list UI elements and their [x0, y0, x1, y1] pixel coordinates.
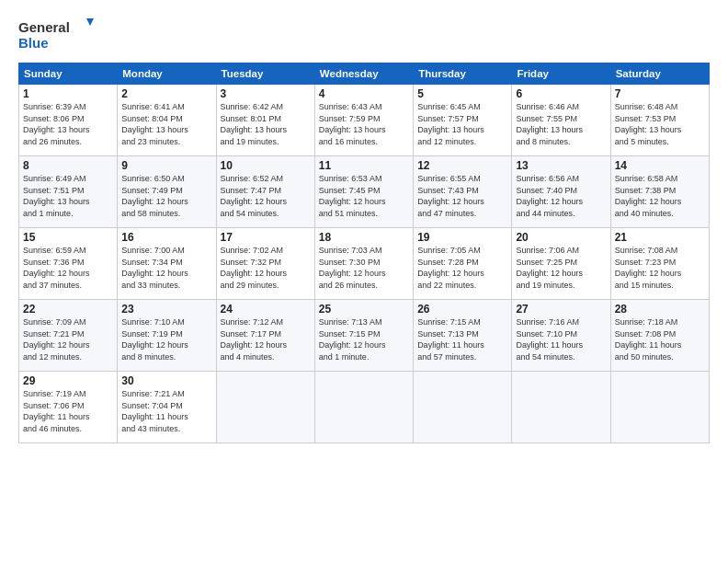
day-number: 26 — [417, 303, 507, 316]
day-number: 5 — [417, 87, 507, 100]
calendar-cell: 22Sunrise: 7:09 AMSunset: 7:21 PMDayligh… — [19, 300, 118, 372]
day-number: 16 — [121, 231, 211, 244]
day-info: Sunrise: 7:12 AMSunset: 7:17 PMDaylight:… — [221, 316, 311, 362]
calendar-cell: 11Sunrise: 6:53 AMSunset: 7:45 PMDayligh… — [314, 156, 413, 228]
day-number: 24 — [221, 303, 311, 316]
header-cell-thursday: Thursday — [414, 63, 512, 85]
calendar-cell: 29Sunrise: 7:19 AMSunset: 7:06 PMDayligh… — [19, 372, 118, 443]
calendar-cell: 3Sunrise: 6:42 AMSunset: 8:01 PMDaylight… — [216, 85, 314, 156]
day-number: 27 — [516, 303, 606, 316]
calendar-cell: 7Sunrise: 6:48 AMSunset: 7:53 PMDaylight… — [610, 85, 709, 156]
day-info: Sunrise: 7:21 AMSunset: 7:04 PMDaylight:… — [121, 388, 211, 434]
calendar-cell: 2Sunrise: 6:41 AMSunset: 8:04 PMDaylight… — [118, 85, 216, 156]
day-number: 29 — [23, 374, 113, 387]
week-row-3: 22Sunrise: 7:09 AMSunset: 7:21 PMDayligh… — [19, 300, 710, 372]
day-number: 28 — [615, 303, 705, 316]
day-info: Sunrise: 6:49 AMSunset: 7:51 PMDaylight:… — [23, 173, 113, 219]
day-number: 11 — [319, 159, 409, 172]
day-info: Sunrise: 6:55 AMSunset: 7:43 PMDaylight:… — [417, 173, 507, 219]
calendar-cell: 23Sunrise: 7:10 AMSunset: 7:19 PMDayligh… — [118, 300, 216, 372]
day-number: 13 — [516, 159, 606, 172]
day-info: Sunrise: 6:43 AMSunset: 7:59 PMDaylight:… — [319, 101, 409, 147]
calendar-cell: 9Sunrise: 6:50 AMSunset: 7:49 PMDaylight… — [118, 156, 216, 228]
calendar-cell: 20Sunrise: 7:06 AMSunset: 7:25 PMDayligh… — [512, 228, 610, 300]
calendar-cell: 13Sunrise: 6:56 AMSunset: 7:40 PMDayligh… — [512, 156, 610, 228]
week-row-4: 29Sunrise: 7:19 AMSunset: 7:06 PMDayligh… — [19, 372, 710, 443]
day-number: 18 — [319, 231, 409, 244]
week-row-2: 15Sunrise: 6:59 AMSunset: 7:36 PMDayligh… — [19, 228, 710, 300]
day-info: Sunrise: 7:06 AMSunset: 7:25 PMDaylight:… — [516, 245, 606, 291]
page: General Blue SundayMondayTuesdayWednesda… — [0, 0, 728, 563]
day-number: 14 — [615, 159, 705, 172]
day-info: Sunrise: 6:45 AMSunset: 7:57 PMDaylight:… — [417, 101, 507, 147]
calendar-cell: 15Sunrise: 6:59 AMSunset: 7:36 PMDayligh… — [19, 228, 118, 300]
header-cell-monday: Monday — [118, 63, 216, 85]
header-cell-tuesday: Tuesday — [216, 63, 314, 85]
day-number: 7 — [615, 87, 705, 100]
day-number: 23 — [121, 303, 211, 316]
day-info: Sunrise: 7:02 AMSunset: 7:32 PMDaylight:… — [221, 245, 311, 291]
day-number: 15 — [23, 231, 113, 244]
day-number: 30 — [121, 374, 211, 387]
day-info: Sunrise: 6:48 AMSunset: 7:53 PMDaylight:… — [615, 101, 705, 147]
calendar-cell: 27Sunrise: 7:16 AMSunset: 7:10 PMDayligh… — [512, 300, 610, 372]
day-number: 12 — [417, 159, 507, 172]
calendar-cell: 1Sunrise: 6:39 AMSunset: 8:06 PMDaylight… — [19, 85, 118, 156]
day-info: Sunrise: 7:15 AMSunset: 7:13 PMDaylight:… — [417, 316, 507, 362]
day-info: Sunrise: 6:46 AMSunset: 7:55 PMDaylight:… — [516, 101, 606, 147]
day-info: Sunrise: 6:53 AMSunset: 7:45 PMDaylight:… — [319, 173, 409, 219]
calendar-body: 1Sunrise: 6:39 AMSunset: 8:06 PMDaylight… — [19, 85, 710, 443]
header-cell-saturday: Saturday — [610, 63, 709, 85]
calendar-header: SundayMondayTuesdayWednesdayThursdayFrid… — [19, 63, 710, 85]
calendar-cell: 14Sunrise: 6:58 AMSunset: 7:38 PMDayligh… — [610, 156, 709, 228]
day-info: Sunrise: 6:56 AMSunset: 7:40 PMDaylight:… — [516, 173, 606, 219]
day-info: Sunrise: 7:16 AMSunset: 7:10 PMDaylight:… — [516, 316, 606, 362]
calendar-cell: 24Sunrise: 7:12 AMSunset: 7:17 PMDayligh… — [216, 300, 314, 372]
week-row-0: 1Sunrise: 6:39 AMSunset: 8:06 PMDaylight… — [19, 85, 710, 156]
day-number: 19 — [417, 231, 507, 244]
day-info: Sunrise: 7:13 AMSunset: 7:15 PMDaylight:… — [319, 316, 409, 362]
day-number: 9 — [121, 159, 211, 172]
calendar-cell — [314, 372, 413, 443]
calendar-cell: 26Sunrise: 7:15 AMSunset: 7:13 PMDayligh… — [414, 300, 512, 372]
day-info: Sunrise: 6:39 AMSunset: 8:06 PMDaylight:… — [23, 101, 113, 147]
day-info: Sunrise: 7:03 AMSunset: 7:30 PMDaylight:… — [319, 245, 409, 291]
day-info: Sunrise: 7:00 AMSunset: 7:34 PMDaylight:… — [121, 245, 211, 291]
calendar-cell: 16Sunrise: 7:00 AMSunset: 7:34 PMDayligh… — [118, 228, 216, 300]
calendar-cell: 28Sunrise: 7:18 AMSunset: 7:08 PMDayligh… — [610, 300, 709, 372]
calendar-table: SundayMondayTuesdayWednesdayThursdayFrid… — [18, 63, 710, 443]
calendar-cell: 21Sunrise: 7:08 AMSunset: 7:23 PMDayligh… — [610, 228, 709, 300]
header-cell-sunday: Sunday — [19, 63, 118, 85]
day-info: Sunrise: 6:42 AMSunset: 8:01 PMDaylight:… — [221, 101, 311, 147]
calendar-cell: 18Sunrise: 7:03 AMSunset: 7:30 PMDayligh… — [314, 228, 413, 300]
calendar-cell — [216, 372, 314, 443]
calendar-cell — [610, 372, 709, 443]
day-number: 1 — [23, 87, 113, 100]
header-row: SundayMondayTuesdayWednesdayThursdayFrid… — [19, 63, 710, 85]
day-number: 22 — [23, 303, 113, 316]
calendar-cell: 30Sunrise: 7:21 AMSunset: 7:04 PMDayligh… — [118, 372, 216, 443]
day-number: 25 — [319, 303, 409, 316]
logo: General Blue — [18, 17, 101, 55]
calendar-cell: 19Sunrise: 7:05 AMSunset: 7:28 PMDayligh… — [414, 228, 512, 300]
logo-svg: General Blue — [18, 17, 101, 55]
calendar-cell: 4Sunrise: 6:43 AMSunset: 7:59 PMDaylight… — [314, 85, 413, 156]
day-info: Sunrise: 7:09 AMSunset: 7:21 PMDaylight:… — [23, 316, 113, 362]
calendar-cell — [414, 372, 512, 443]
day-number: 21 — [615, 231, 705, 244]
day-number: 4 — [319, 87, 409, 100]
svg-marker-1 — [86, 18, 94, 26]
day-number: 8 — [23, 159, 113, 172]
day-info: Sunrise: 6:59 AMSunset: 7:36 PMDaylight:… — [23, 245, 113, 291]
calendar-cell — [512, 372, 610, 443]
day-info: Sunrise: 7:05 AMSunset: 7:28 PMDaylight:… — [417, 245, 507, 291]
week-row-1: 8Sunrise: 6:49 AMSunset: 7:51 PMDaylight… — [19, 156, 710, 228]
day-number: 3 — [221, 87, 311, 100]
header-cell-friday: Friday — [512, 63, 610, 85]
day-number: 20 — [516, 231, 606, 244]
calendar-cell: 5Sunrise: 6:45 AMSunset: 7:57 PMDaylight… — [414, 85, 512, 156]
svg-text:General: General — [18, 19, 70, 35]
day-number: 6 — [516, 87, 606, 100]
calendar-cell: 8Sunrise: 6:49 AMSunset: 7:51 PMDaylight… — [19, 156, 118, 228]
day-info: Sunrise: 7:08 AMSunset: 7:23 PMDaylight:… — [615, 245, 705, 291]
